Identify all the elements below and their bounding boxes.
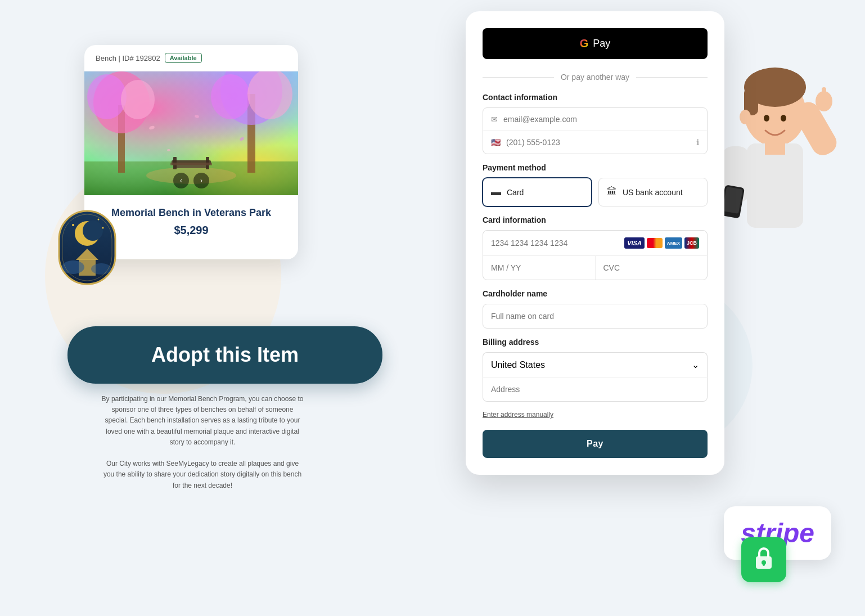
card-cvc: [596, 256, 708, 280]
svg-point-7: [211, 74, 250, 119]
contact-input-group: ✉ 🇺🇸 ℹ: [483, 107, 708, 154]
card-number-row: VISA AMEX JCB: [483, 231, 707, 256]
svg-point-24: [98, 219, 100, 221]
adopt-button[interactable]: Adopt this Item: [67, 326, 382, 384]
email-row: ✉: [483, 108, 707, 131]
product-name: Memorial Bench in Veterans Park: [96, 206, 287, 219]
card-bottom-row: [483, 256, 707, 280]
gpay-button[interactable]: G Pay: [483, 28, 708, 59]
card-expiry: [483, 256, 596, 280]
carousel-next-button[interactable]: ›: [193, 173, 209, 188]
carousel-prev-button[interactable]: ‹: [173, 173, 189, 188]
payment-method-label: Payment method: [483, 163, 708, 172]
billing-label: Billing address: [483, 338, 708, 347]
svg-point-43: [781, 115, 786, 122]
pay-button[interactable]: Pay: [483, 430, 708, 458]
svg-point-15: [148, 125, 155, 130]
card-logos: VISA AMEX JCB: [624, 237, 699, 249]
gpay-label: Pay: [593, 38, 610, 50]
description-text: By participating in our Memorial Bench P…: [101, 394, 304, 491]
svg-rect-14: [170, 163, 212, 165]
pay-button-label: Pay: [587, 439, 603, 448]
adopt-button-text: Adopt this Item: [151, 343, 299, 366]
contact-section-label: Contact information: [483, 93, 708, 102]
phone-input[interactable]: [506, 138, 696, 147]
cvc-input[interactable]: [603, 263, 700, 272]
svg-point-22: [72, 224, 74, 226]
svg-point-18: [167, 149, 171, 152]
svg-point-3: [87, 74, 127, 119]
manual-address-link[interactable]: Enter address manually: [483, 411, 708, 419]
country-name: United States: [491, 360, 545, 370]
country-select[interactable]: United States ⌄: [483, 352, 708, 377]
card-number-input[interactable]: [491, 239, 624, 248]
address-input[interactable]: [491, 385, 699, 394]
email-icon: ✉: [491, 115, 498, 124]
svg-rect-41: [765, 141, 785, 155]
description-para2: Our City works with SeeMyLegacy to creat…: [101, 458, 304, 491]
flag-icon: 🇺🇸: [491, 138, 501, 147]
svg-rect-38: [822, 87, 826, 104]
email-input[interactable]: [503, 115, 699, 124]
card-info-label: Card information: [483, 215, 708, 224]
visa-logo: VISA: [624, 237, 645, 249]
phone-row: 🇺🇸 ℹ: [483, 131, 707, 154]
card-tab-label: Card: [507, 188, 524, 197]
payment-modal: G Pay Or pay another way Contact informa…: [466, 11, 724, 475]
emblem-svg: [53, 208, 121, 293]
bank-icon: 🏛: [607, 186, 617, 198]
available-badge: Available: [165, 53, 202, 63]
info-icon: ℹ: [696, 138, 699, 147]
svg-point-23: [102, 227, 104, 229]
mastercard-logo: [647, 238, 663, 248]
bank-tab[interactable]: 🏛 US bank account: [598, 178, 708, 206]
emblem: [53, 208, 121, 293]
card-icon: ▬: [491, 186, 501, 198]
google-g-icon: G: [580, 37, 589, 50]
amex-logo: AMEX: [665, 237, 682, 249]
product-image-inner: ‹ ›: [84, 71, 298, 195]
product-id: Bench | ID# 192802: [96, 54, 160, 62]
product-image: ‹ ›: [84, 71, 298, 195]
svg-text:$: $: [763, 561, 765, 566]
divider-text: Or pay another way: [561, 73, 629, 82]
chevron-down-icon: ⌄: [692, 359, 699, 370]
jcb-logo: JCB: [684, 237, 699, 249]
expiry-input[interactable]: [491, 263, 587, 272]
svg-point-45: [799, 110, 810, 124]
carousel-controls: ‹ ›: [173, 173, 209, 188]
svg-point-4: [121, 80, 155, 119]
svg-point-16: [194, 115, 199, 119]
cardholder-input-wrapper: [483, 304, 708, 329]
address-input-wrapper: [483, 377, 708, 402]
payment-tabs: ▬ Card 🏛 US bank account: [483, 178, 708, 206]
divider: Or pay another way: [483, 73, 708, 82]
svg-rect-34: [747, 143, 803, 228]
billing-section: Billing address United States ⌄: [483, 338, 708, 402]
cardholder-label: Cardholder name: [483, 289, 708, 298]
divider-line-right: [636, 77, 708, 78]
divider-line-left: [483, 77, 554, 78]
cardholder-section: Cardholder name: [483, 289, 708, 329]
card-tab[interactable]: ▬ Card: [483, 178, 592, 206]
svg-point-21: [83, 221, 103, 241]
svg-point-44: [740, 110, 751, 124]
lock-badge: $: [741, 537, 786, 582]
description-para1: By participating in our Memorial Bench P…: [101, 394, 304, 448]
card-input-group: VISA AMEX JCB: [483, 230, 708, 280]
svg-point-42: [764, 115, 769, 122]
cardholder-input[interactable]: [491, 312, 699, 321]
svg-point-17: [239, 137, 244, 141]
card-header: Bench | ID# 192802 Available: [84, 45, 298, 71]
bank-tab-label: US bank account: [623, 188, 683, 197]
product-price: $5,299: [96, 224, 287, 237]
lock-icon: $: [753, 546, 775, 573]
